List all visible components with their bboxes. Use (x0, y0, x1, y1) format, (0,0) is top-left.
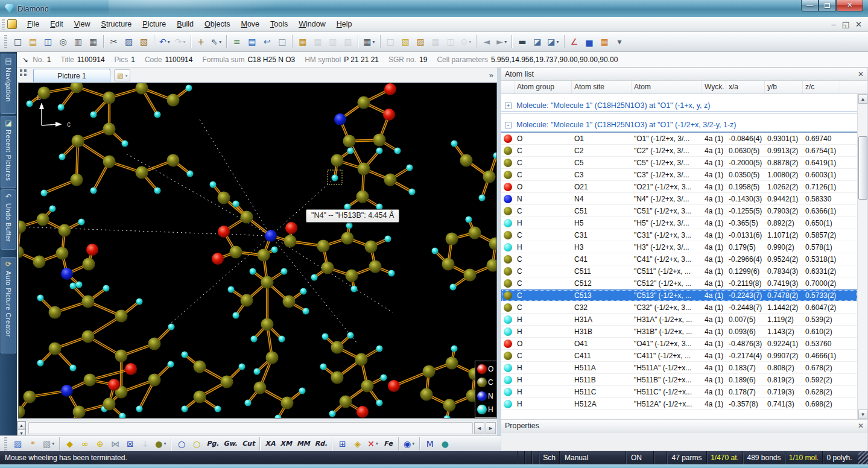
render-sphere-button[interactable]: ● (438, 437, 452, 451)
atom-C[interactable] (446, 233, 458, 245)
movie-button[interactable]: M (423, 437, 437, 451)
atom-C[interactable] (148, 374, 161, 387)
atom-H[interactable] (41, 190, 48, 197)
atom-H[interactable] (432, 248, 439, 255)
atom-C[interactable] (167, 94, 180, 107)
atom-C[interactable] (241, 211, 253, 224)
unit-cell-edges-button[interactable]: ⊞ (335, 437, 349, 451)
column-header-atomgroup[interactable]: Atom group (515, 81, 572, 93)
column-header-wyck[interactable]: Wyck. (702, 81, 726, 93)
atom-C[interactable] (115, 350, 128, 362)
atom-C[interactable] (19, 246, 24, 259)
atom-row-O41[interactable]: OO41"O41" (-1/2+x, 3...4a (1)-0.4876(3)0… (501, 338, 857, 350)
atom-H[interactable] (59, 154, 66, 160)
atom-C[interactable] (72, 135, 84, 148)
atom-C[interactable] (469, 227, 481, 239)
molecule-group-row[interactable]: +Molecule: "Molecule 1" (C18H25N1O3) at … (501, 100, 857, 113)
picture-history-button[interactable]: ⊙▾ (459, 35, 474, 49)
atom-C[interactable] (59, 224, 71, 237)
atom-table-button[interactable]: ▦ (296, 35, 309, 49)
scrollbar-thumb[interactable] (858, 136, 867, 200)
atom-row-H31B[interactable]: HH31B"H31B" (-1/2+x, ...4a (1)0.093(6)1.… (501, 326, 857, 338)
atom-C[interactable] (355, 353, 368, 366)
mdi-minimize-button[interactable]: – (832, 20, 836, 29)
atom-O[interactable] (125, 363, 137, 375)
atom-H[interactable] (119, 413, 126, 419)
atom-C[interactable] (358, 96, 370, 109)
menu-build[interactable]: Build (171, 18, 199, 30)
atom-H[interactable] (409, 189, 416, 195)
atom-row-H31A[interactable]: HH31A"H31A" (-1/2+x, ...4a (1)0.007(5)1.… (501, 314, 857, 326)
print-button[interactable]: ▦ (86, 35, 100, 49)
add-atom-button[interactable]: ⊕ (93, 437, 107, 451)
atom-row-C411[interactable]: CC411"C411" (-1/2+x, ...4a (1)-0.2174(4)… (501, 350, 857, 362)
atom-row-C5[interactable]: CC5"C5" (-1/2+x, 3/...4a (1)-0.2000(5)0.… (501, 157, 857, 169)
atom-O[interactable] (383, 109, 395, 121)
distances-xm-button[interactable]: XM (278, 437, 293, 451)
atom-O[interactable] (388, 380, 400, 392)
atom-row-H511C[interactable]: HH511C"H511C" (-1/2+x...4a (1)0.178(7)0.… (501, 386, 857, 398)
angle-measure-button[interactable]: ∠ (568, 35, 581, 49)
atom-C[interactable] (281, 397, 294, 410)
atom-design-button[interactable]: ●▾ (153, 437, 168, 451)
atom-H[interactable] (186, 85, 192, 92)
find-button[interactable]: ◎ (56, 35, 70, 49)
menu-window[interactable]: Window (293, 18, 331, 30)
structure-viewport[interactable]: b c "N4" -- "H513B": 4.454 Å OCNH (18, 83, 497, 419)
atom-H[interactable] (271, 247, 278, 253)
atom-C[interactable] (230, 246, 242, 259)
atom-H[interactable] (136, 299, 143, 305)
atom-row-C512[interactable]: CC512"C512" (-1/2+x, ...4a (1)-0.2119(8)… (501, 277, 857, 289)
atom-H[interactable] (90, 188, 97, 194)
menu-help[interactable]: Help (331, 18, 358, 30)
blank-picture-button[interactable]: □ (384, 35, 398, 49)
atom-H[interactable] (303, 308, 309, 315)
atom-C[interactable] (284, 235, 297, 248)
atom-N[interactable] (61, 385, 73, 397)
sidebar-tab-recent-pictures[interactable]: ◪Recent Pictures (1, 116, 16, 188)
atom-C[interactable] (365, 241, 378, 253)
previous-picture-button[interactable]: ◄ (480, 35, 493, 49)
viewport-tools-button[interactable]: ◉▾ (402, 437, 416, 451)
new-picture-tab-button[interactable]: ▧▾ (114, 69, 130, 81)
atom-C[interactable] (218, 192, 230, 204)
column-header-zc[interactable]: z/c (803, 81, 840, 93)
fe-atom-button[interactable]: Fe (381, 437, 395, 451)
atom-C[interactable] (258, 249, 270, 262)
atom-H[interactable] (347, 332, 354, 339)
atom-C[interactable] (33, 256, 46, 268)
atom-O[interactable] (108, 379, 120, 391)
open-button[interactable]: ▤ (26, 35, 40, 49)
undo-button[interactable]: ↶▾ (157, 35, 172, 49)
maximize-button[interactable] (819, 0, 836, 11)
close-button[interactable]: ✕ (836, 0, 863, 11)
atom-N[interactable] (61, 268, 73, 280)
properties-close-icon[interactable]: ✕ (858, 422, 864, 430)
atom-H[interactable] (233, 201, 239, 207)
atom-C[interactable] (136, 166, 148, 179)
atom-C[interactable] (194, 391, 206, 403)
atom-H[interactable] (320, 364, 327, 370)
atom-H[interactable] (182, 352, 188, 358)
atom-row-H3[interactable]: HH3"H3" (-1/2+x, 3/...4a (1)0.179(5)0.99… (501, 241, 857, 253)
structure-datasheet-button[interactable]: ≡ (230, 35, 244, 49)
atom-H[interactable] (444, 416, 451, 419)
atom-H[interactable] (187, 171, 194, 177)
atom-C[interactable] (442, 258, 455, 271)
drop-atom-button[interactable]: ↓ (138, 437, 152, 451)
atom-H[interactable] (450, 284, 457, 291)
atom-C[interactable] (343, 135, 356, 148)
atom-C[interactable] (136, 83, 148, 95)
atom-H[interactable] (281, 268, 288, 275)
atom-C[interactable] (317, 240, 330, 253)
atom-H[interactable] (347, 148, 354, 154)
atom-row-C51[interactable]: CC51"C51" (-1/2+x, 3...4a (1)-0.1255(5)0… (501, 205, 857, 217)
print-preview-button[interactable]: ▥ (71, 35, 85, 49)
properties-table-button[interactable]: ▦ (598, 35, 612, 49)
cut-button[interactable]: ✂ (107, 35, 121, 49)
polyhedra-yellow-button[interactable]: ○ (189, 437, 203, 451)
atom-C[interactable] (71, 174, 83, 186)
atom-C[interactable] (73, 406, 86, 419)
fill-range-button[interactable]: ∞ (78, 437, 92, 451)
growth-button[interactable]: Gw. (222, 437, 239, 451)
